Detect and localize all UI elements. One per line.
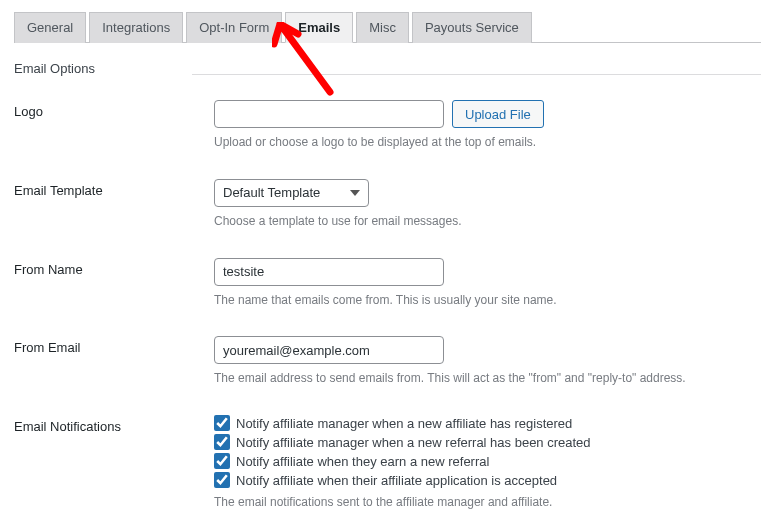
checkbox-notify-earn-referral[interactable] — [214, 453, 230, 469]
label-email-notifications: Email Notifications — [14, 415, 214, 434]
logo-input[interactable] — [214, 100, 444, 128]
email-template-select[interactable]: Default Template — [214, 179, 369, 207]
label-from-name: From Name — [14, 258, 214, 277]
notify-new-referral-created[interactable]: Notify affiliate manager when a new refe… — [214, 434, 761, 450]
divider — [192, 61, 761, 75]
help-from-name: The name that emails come from. This is … — [214, 292, 761, 309]
label-logo: Logo — [14, 100, 214, 119]
checkbox-label: Notify affiliate when their affiliate ap… — [236, 473, 557, 488]
tab-payouts-service[interactable]: Payouts Service — [412, 12, 532, 43]
tab-opt-in-form[interactable]: Opt-In Form — [186, 12, 282, 43]
notify-affiliate-earn-referral[interactable]: Notify affiliate when they earn a new re… — [214, 453, 761, 469]
checkbox-label: Notify affiliate manager when a new affi… — [236, 416, 572, 431]
checkbox-label: Notify affiliate manager when a new refe… — [236, 435, 591, 450]
section-email-options: Email Options — [14, 61, 192, 76]
help-logo: Upload or choose a logo to be displayed … — [214, 134, 761, 151]
tab-general[interactable]: General — [14, 12, 86, 43]
from-email-input[interactable] — [214, 336, 444, 364]
help-from-email: The email address to send emails from. T… — [214, 370, 761, 387]
help-template: Choose a template to use for email messa… — [214, 213, 761, 230]
checkbox-notify-registered[interactable] — [214, 415, 230, 431]
tab-emails[interactable]: Emails — [285, 12, 353, 43]
checkbox-notify-accepted[interactable] — [214, 472, 230, 488]
label-from-email: From Email — [14, 336, 214, 355]
notify-new-affiliate-registered[interactable]: Notify affiliate manager when a new affi… — [214, 415, 761, 431]
tab-integrations[interactable]: Integrations — [89, 12, 183, 43]
from-name-input[interactable] — [214, 258, 444, 286]
help-notifications: The email notifications sent to the affi… — [214, 494, 761, 511]
label-email-template: Email Template — [14, 179, 214, 198]
settings-tabs: General Integrations Opt-In Form Emails … — [14, 12, 761, 43]
tab-misc[interactable]: Misc — [356, 12, 409, 43]
upload-file-button[interactable]: Upload File — [452, 100, 544, 128]
checkbox-notify-referral-created[interactable] — [214, 434, 230, 450]
notify-application-accepted[interactable]: Notify affiliate when their affiliate ap… — [214, 472, 761, 488]
checkbox-label: Notify affiliate when they earn a new re… — [236, 454, 489, 469]
